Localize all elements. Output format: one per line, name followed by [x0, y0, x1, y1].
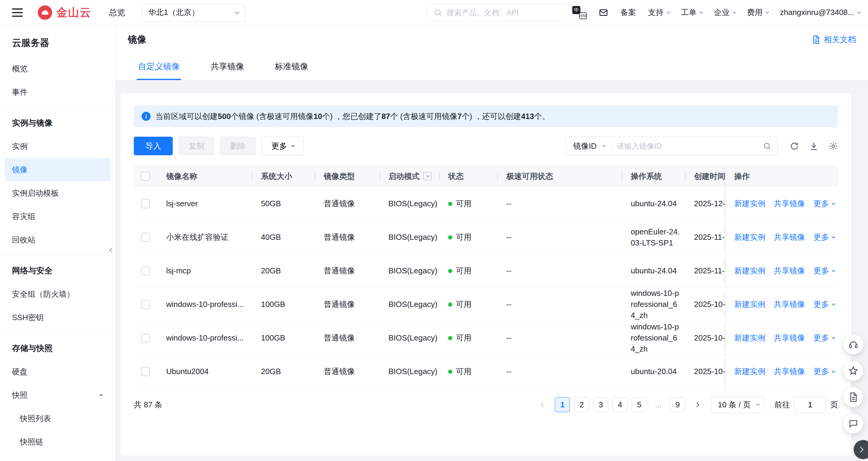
page-button-1[interactable]: 1 — [555, 397, 570, 412]
row-more-link[interactable]: 更多 — [813, 232, 834, 242]
refresh-icon[interactable] — [790, 141, 799, 151]
share-image-link[interactable]: 共享镜像 — [774, 266, 805, 276]
import-button[interactable]: 导入 — [134, 137, 173, 155]
share-image-link[interactable]: 共享镜像 — [774, 366, 805, 377]
sidebar-item-recycle-bin[interactable]: 回收站 — [0, 228, 116, 252]
user-menu[interactable]: zhangxinru@73408... — [780, 8, 860, 17]
logo[interactable]: 金山云 — [38, 5, 91, 20]
create-instance-link[interactable]: 新建实例 — [734, 232, 766, 242]
created-time: 2025-11- — [685, 266, 725, 275]
page-button-9[interactable]: 9 — [670, 397, 685, 412]
sidebar-item-events[interactable]: 事件 — [0, 80, 116, 104]
sidebar-item-launch-templates[interactable]: 实例启动模板 — [0, 182, 116, 205]
col-image-type: 镜像类型 — [315, 165, 379, 187]
table-row: windows-10-professi... 100GB 普通镜像 BIOS(L… — [134, 288, 838, 321]
create-instance-link[interactable]: 新建实例 — [734, 266, 766, 276]
fast-available: -- — [497, 333, 622, 342]
page-button-4[interactable]: 4 — [613, 397, 627, 412]
images-card: i 当前区域可以创建500个镜像 (含极速可用镜像10个) ，您已创建了87个 … — [121, 94, 851, 456]
sidebar-collapse-button[interactable] — [107, 241, 116, 258]
chevron-down-icon — [667, 10, 670, 13]
chevron-down-icon — [857, 10, 861, 13]
menu-icon[interactable] — [12, 8, 23, 17]
page-button-5[interactable]: 5 — [632, 397, 647, 412]
topnav-support[interactable]: 支持 — [648, 7, 669, 18]
row-checkbox[interactable] — [141, 334, 150, 342]
sidebar-item-snapshots[interactable]: 快照 — [0, 383, 116, 407]
sidebar-item-snapshot-chain[interactable]: 快照链 — [0, 430, 116, 454]
sidebar-item-disks[interactable]: 硬盘 — [0, 360, 116, 383]
topnav-beian[interactable]: 备案 — [620, 7, 636, 18]
status-dot — [448, 202, 452, 206]
sidebar-item-ssh-keys[interactable]: SSH密钥 — [0, 306, 116, 329]
col-actions: 操作 — [725, 165, 838, 187]
download-icon[interactable] — [809, 141, 818, 151]
topnav-billing[interactable]: 费用 — [747, 7, 768, 18]
row-more-link[interactable]: 更多 — [813, 198, 834, 209]
create-instance-link[interactable]: 新建实例 — [734, 366, 766, 377]
settings-gear-icon[interactable] — [829, 141, 838, 151]
sidebar-item-images[interactable]: 镜像 — [5, 158, 111, 182]
row-more-link[interactable]: 更多 — [813, 299, 834, 309]
docs-icon[interactable] — [843, 387, 863, 407]
create-instance-link[interactable]: 新建实例 — [734, 198, 766, 209]
sidebar-item-instances[interactable]: 实例 — [0, 135, 116, 158]
delete-button[interactable]: 删除 — [220, 137, 255, 155]
image-id-input[interactable] — [617, 142, 760, 151]
sidebar-item-overview[interactable]: 概览 — [0, 57, 116, 80]
page-size-select[interactable]: 10 条 / 页 — [711, 396, 765, 413]
row-more-link[interactable]: 更多 — [813, 333, 834, 343]
global-search[interactable] — [427, 4, 571, 21]
create-instance-link[interactable]: 新建实例 — [734, 299, 766, 309]
next-page-button[interactable] — [689, 397, 704, 412]
row-checkbox[interactable] — [141, 199, 150, 208]
goto-page-input[interactable] — [794, 396, 826, 413]
sidebar-item-disaster-groups[interactable]: 容灾组 — [0, 205, 116, 228]
tabs: 自定义镜像 共享镜像 标准镜像 — [116, 54, 868, 80]
toolbar: 导入 复制 删除 更多 镜像ID — [134, 137, 838, 155]
tab-shared-images[interactable]: 共享镜像 — [209, 54, 245, 80]
page-button-2[interactable]: 2 — [574, 397, 589, 412]
select-all-checkbox[interactable] — [141, 172, 150, 181]
sidebar: 云服务器 概览 事件 实例与镜像 实例 镜像 实例启动模板 容灾组 回收站 网络… — [0, 25, 116, 461]
search-icon[interactable] — [763, 142, 771, 150]
tab-custom-images[interactable]: 自定义镜像 — [137, 54, 181, 80]
topnav-enterprise[interactable]: 企业 — [714, 7, 735, 18]
tab-standard-images[interactable]: 标准镜像 — [274, 54, 310, 80]
favorite-star-icon[interactable] — [843, 361, 863, 381]
search-type-select[interactable]: 镜像ID — [566, 137, 611, 155]
create-instance-link[interactable]: 新建实例 — [734, 333, 766, 343]
images-table: 镜像名称 系统大小 镜像类型 启动模式 状态 极速可用状态 操作系统 创建时间 … — [134, 165, 838, 389]
page-head: 镜像 相关文档 自定义镜像 共享镜像 标准镜像 — [116, 25, 868, 80]
row-more-link[interactable]: 更多 — [813, 366, 834, 377]
feedback-chat-icon[interactable] — [843, 414, 863, 433]
row-checkbox[interactable] — [141, 300, 150, 309]
row-more-link[interactable]: 更多 — [813, 266, 834, 276]
topnav-tickets[interactable]: 工单 — [681, 7, 702, 18]
share-image-link[interactable]: 共享镜像 — [774, 333, 805, 343]
sidebar-item-snapshot-list[interactable]: 快照列表 — [0, 407, 116, 430]
region-selector[interactable]: 华北1（北京） — [141, 4, 245, 22]
support-headset-icon[interactable] — [843, 334, 863, 354]
sidebar-item-auto-snapshot-policy[interactable]: 自动快照策略 — [0, 454, 116, 461]
share-image-link[interactable]: 共享镜像 — [774, 232, 805, 242]
translate-icon[interactable]: 中 EN — [572, 6, 587, 19]
row-checkbox[interactable] — [141, 233, 150, 242]
fast-available: -- — [497, 233, 622, 242]
prev-page-button[interactable] — [536, 397, 551, 412]
copy-button[interactable]: 复制 — [179, 137, 214, 155]
row-checkbox[interactable] — [141, 367, 150, 376]
col-created-time: 创建时间 — [685, 165, 725, 187]
row-checkbox[interactable] — [141, 266, 150, 275]
global-search-input[interactable] — [446, 8, 564, 17]
page-button-3[interactable]: 3 — [593, 397, 608, 412]
created-time: 2025-10- — [685, 333, 725, 342]
related-docs-link[interactable]: 相关文档 — [812, 34, 856, 45]
boot-mode-filter-icon[interactable] — [423, 172, 432, 180]
share-image-link[interactable]: 共享镜像 — [774, 198, 805, 209]
more-button[interactable]: 更多 — [261, 137, 304, 155]
mail-icon[interactable] — [599, 8, 608, 18]
sidebar-item-security-groups[interactable]: 安全组（防火墙） — [0, 282, 116, 306]
share-image-link[interactable]: 共享镜像 — [774, 299, 805, 309]
overview-link[interactable]: 总览 — [109, 7, 125, 18]
